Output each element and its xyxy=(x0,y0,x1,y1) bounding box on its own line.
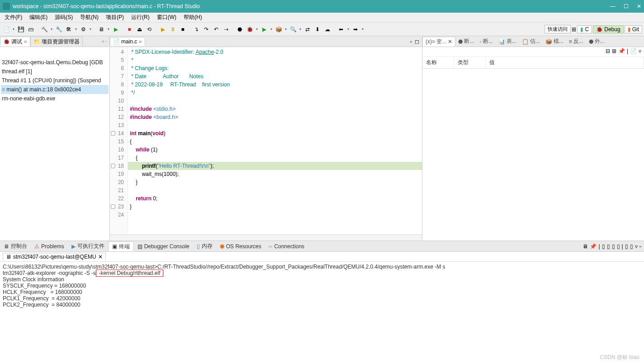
term-min-icon[interactable]: ▫ xyxy=(639,243,641,250)
code-line[interactable] xyxy=(128,186,422,194)
code-line[interactable]: * SPDX-License-Identifier: Apache-2.0 xyxy=(128,48,422,56)
col-type[interactable]: 类型 xyxy=(454,57,486,68)
code-line[interactable]: } xyxy=(128,178,422,186)
terminate-icon[interactable]: ■ xyxy=(178,25,187,34)
tab-project-explorer[interactable]: 📁项目资源管理器 xyxy=(30,37,83,47)
run-icon[interactable]: ▶ xyxy=(111,25,120,34)
restart-icon[interactable]: ⟲ xyxy=(145,25,154,34)
menu-edit[interactable]: 编辑(E) xyxy=(27,13,50,22)
tab-conn[interactable]: ∞Connections xyxy=(265,242,308,251)
tab-info[interactable]: 📋信... xyxy=(519,37,543,46)
code-line[interactable]: } xyxy=(128,203,422,211)
terminal-subtab[interactable]: 🖥stm32f407-soc-qemu-last@QEMU✕ xyxy=(3,253,106,260)
tree-row[interactable]: thread.elf [1] xyxy=(1,67,109,76)
play2-icon[interactable]: ▶ xyxy=(260,25,269,34)
wrench-icon[interactable]: 🛠 xyxy=(64,25,73,34)
code-line[interactable]: int main(void) xyxy=(128,129,422,137)
tab-disasm[interactable]: ≡反... xyxy=(566,37,586,46)
term-t4-icon[interactable]: ▯ xyxy=(617,243,620,250)
stepreturn-icon[interactable]: ↶ xyxy=(212,25,221,34)
disconnect-icon[interactable]: ⏏ xyxy=(135,25,144,34)
term-t2-icon[interactable]: ▯ xyxy=(607,243,610,250)
term-pin-icon[interactable]: 📌 xyxy=(590,243,597,250)
tab-ext[interactable]: ⬣外... xyxy=(586,37,607,46)
menu-project[interactable]: 项目(P) xyxy=(103,13,127,22)
persp-git[interactable]: ▮ Git xyxy=(625,25,642,33)
new-icon[interactable]: 📄 xyxy=(630,48,637,56)
new-icon[interactable]: 📄 xyxy=(2,25,11,34)
term-t1-icon[interactable]: ▯ xyxy=(602,243,605,250)
code-line[interactable]: #include <board.h> xyxy=(128,113,422,121)
code-line[interactable]: wait_ms(1000); xyxy=(128,170,422,178)
config-icon[interactable]: ⚙ xyxy=(79,25,88,34)
view-menu-icon[interactable]: ▿ ▫ xyxy=(99,39,109,44)
menu-nav[interactable]: 导航(N) xyxy=(77,13,101,22)
code-line[interactable]: { xyxy=(128,154,422,162)
rebuild-icon[interactable]: 🔧 xyxy=(54,25,63,34)
code-line[interactable]: while (1) xyxy=(128,146,422,154)
expand-icon[interactable]: ⊞ xyxy=(612,48,616,56)
term-t3-icon[interactable]: ▯ xyxy=(612,243,615,250)
code-line[interactable]: * Change Logs: xyxy=(128,64,422,72)
tab-dbgconsole[interactable]: ▤Debugger Console xyxy=(134,242,193,251)
term-mon-icon[interactable]: 🖥 xyxy=(582,243,588,250)
stepover-icon[interactable]: ↷ xyxy=(202,25,211,34)
code-line[interactable]: */ xyxy=(128,89,422,97)
maximize-icon[interactable]: ◻ xyxy=(415,38,419,45)
term-t5-icon[interactable]: ▯ xyxy=(625,243,628,250)
tab-osres[interactable]: ⬣OS Resources xyxy=(216,242,265,251)
resume-icon[interactable]: ▶ xyxy=(158,25,167,34)
sync-icon[interactable]: ⇄ xyxy=(303,25,312,34)
code-line[interactable] xyxy=(128,211,422,219)
collapse-icon[interactable]: ⊟ xyxy=(606,48,610,56)
search-icon[interactable]: 🔍 xyxy=(289,25,298,34)
menu-window[interactable]: 窗口(W) xyxy=(154,13,179,22)
persp-debug[interactable]: 🐞Debug xyxy=(593,25,623,33)
minimize-button[interactable]: — xyxy=(610,3,616,9)
code-line[interactable]: * Date Author Notes xyxy=(128,72,422,80)
cloud-icon[interactable]: ☁ xyxy=(323,25,332,34)
h-scrollbar[interactable] xyxy=(110,234,422,241)
tab-bp2[interactable]: ◦断... xyxy=(477,37,495,46)
tree-row[interactable]: rm-none-eabi-gdb.exe xyxy=(1,94,109,103)
code-line[interactable]: * 2022-08-19 RT-Thread first version xyxy=(128,80,422,89)
download-icon[interactable]: ⬇ xyxy=(313,25,322,34)
monitor-icon[interactable]: 🖥 xyxy=(97,25,106,34)
minimize-icon[interactable]: ▫ xyxy=(410,38,412,45)
stop-icon[interactable]: ■ xyxy=(125,25,134,34)
menu-source[interactable]: 源码(S) xyxy=(52,13,76,22)
terminal-output[interactable]: C:\Users\86132\Pictures\qemu-study\stm32… xyxy=(0,262,644,364)
tab-console[interactable]: 🖥控制台 xyxy=(0,241,31,251)
menu-run[interactable]: 运行(R) xyxy=(128,13,152,22)
code-line[interactable]: printf("Hello RT-Thread!\r\n"); xyxy=(128,162,422,170)
tab-memory[interactable]: ▯内存 xyxy=(193,241,216,251)
tab-modules[interactable]: 📦模... xyxy=(543,37,566,46)
term-t6-icon[interactable]: ▯ xyxy=(630,243,633,250)
tree-row[interactable]: 32f407-soc-qemu-last.Qemu.Debug [GDB xyxy=(1,58,109,67)
close-icon[interactable]: ✕ xyxy=(138,39,142,44)
tab-debug[interactable]: 🐞调试✕ xyxy=(0,37,30,47)
menu-help[interactable]: 帮助(H) xyxy=(181,13,205,22)
build-icon[interactable]: 📦 xyxy=(274,25,283,34)
code-line[interactable]: return 0; xyxy=(128,194,422,203)
tab-expr[interactable]: 📊表... xyxy=(496,37,519,46)
chip-icon[interactable]: ⬣ xyxy=(235,25,244,34)
tree-row[interactable]: Thread #1 1 (CPU#0 [running]) (Suspend xyxy=(1,76,109,85)
tab-breakpoints[interactable]: ⬣断... xyxy=(455,37,477,46)
debug-tree[interactable]: 32f407-soc-qemu-last.Qemu.Debug [GDBthre… xyxy=(0,56,109,105)
fwd-icon[interactable]: ➡ xyxy=(351,25,360,34)
bug-icon[interactable]: 🐞 xyxy=(245,25,254,34)
close-button[interactable]: ✕ xyxy=(637,3,641,9)
code-line[interactable]: { xyxy=(128,137,422,146)
editor-tab-main[interactable]: 📄main.c✕ xyxy=(110,37,145,46)
persp-c[interactable]: ▮ C xyxy=(577,25,592,33)
new-drop[interactable] xyxy=(12,27,15,31)
code-area[interactable]: * SPDX-License-Identifier: Apache-2.0 * … xyxy=(128,47,422,234)
saveall-icon[interactable]: 🗃 xyxy=(26,25,35,34)
term-menu-icon[interactable]: ▿ xyxy=(635,243,638,250)
tab-problems[interactable]: ⚠Problems xyxy=(31,242,68,251)
pause-icon[interactable]: ⏸ xyxy=(168,25,177,34)
code-line[interactable] xyxy=(128,121,422,129)
col-value[interactable]: 值 xyxy=(486,57,644,68)
open-persp-icon[interactable]: ⊞ xyxy=(572,26,576,33)
